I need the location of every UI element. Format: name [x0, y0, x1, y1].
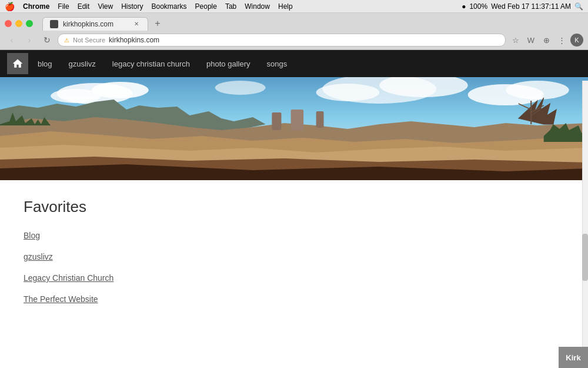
favorites-link-legacy-christian-church[interactable]: Legacy Christian Church	[24, 273, 113, 283]
nav-blog[interactable]: blog	[38, 59, 52, 68]
list-item: The Perfect Website	[24, 294, 564, 304]
svg-rect-14	[272, 112, 281, 130]
favorites-link-gzuslivz[interactable]: gzuslivz	[24, 252, 53, 261]
profile-button[interactable]: K	[570, 34, 583, 47]
new-tab-button[interactable]: +	[151, 16, 165, 31]
system-icons: ● 100% Wed Feb 17 11:37:11 AM 🔍	[462, 2, 583, 11]
active-tab[interactable]: kirkhopkins.com ✕	[42, 17, 148, 31]
tab-title: kirkhopkins.com	[63, 20, 113, 28]
browser-actions: ☆ W ⊕ ⋮ K	[509, 34, 583, 47]
home-icon-button[interactable]	[7, 53, 28, 74]
window-controls[interactable]	[5, 20, 33, 27]
close-button[interactable]	[5, 20, 12, 27]
svg-rect-16	[316, 111, 324, 128]
favorites-link-blog[interactable]: Blog	[24, 231, 40, 240]
scrollbar-track	[582, 81, 588, 368]
menu-help[interactable]: Help	[278, 2, 293, 11]
menu-file[interactable]: File	[58, 2, 69, 11]
menubar-right: ● 100% Wed Feb 17 11:37:11 AM 🔍	[462, 2, 583, 11]
address-url: kirkhopkins.com	[109, 36, 159, 44]
main-content: Favorites Blog gzuslivz Legacy Christian…	[0, 180, 588, 333]
back-button[interactable]: ‹	[5, 33, 19, 47]
nav-links: blog gzuslivz legacy christian church ph…	[38, 59, 287, 68]
apple-menu[interactable]: 🍎	[5, 2, 15, 11]
menubar-items: Chrome File Edit View History Bookmarks …	[23, 2, 293, 11]
nav-gzuslivz[interactable]: gzuslivz	[69, 59, 96, 68]
security-warning-icon: ⚠	[64, 37, 69, 44]
bookmark-button[interactable]: ☆	[509, 34, 522, 47]
menu-edit[interactable]: Edit	[78, 2, 90, 11]
nav-photo-gallery[interactable]: photo gallery	[206, 59, 250, 68]
site-nav: blog gzuslivz legacy christian church ph…	[0, 50, 588, 77]
menu-window[interactable]: Window	[245, 2, 270, 11]
scrollbar-thumb[interactable]	[582, 234, 588, 281]
menu-history[interactable]: History	[121, 2, 143, 11]
tab-close-button[interactable]: ✕	[132, 20, 141, 28]
favorites-title: Favorites	[24, 198, 564, 216]
tab-bar: kirkhopkins.com ✕ +	[0, 13, 588, 31]
more-button[interactable]: ⋮	[555, 34, 568, 47]
svg-point-3	[51, 89, 101, 103]
clock: Wed Feb 17 11:37:11 AM	[491, 2, 571, 11]
favorites-list: Blog gzuslivz Legacy Christian Church Th…	[24, 230, 564, 304]
menu-tab[interactable]: Tab	[225, 2, 236, 11]
tab-favicon	[50, 20, 58, 28]
maximize-button[interactable]	[26, 20, 33, 27]
nav-songs[interactable]: songs	[267, 59, 288, 68]
menubar: 🍎 Chrome File Edit View History Bookmark…	[0, 0, 588, 13]
menu-chrome[interactable]: Chrome	[23, 2, 49, 11]
svg-point-8	[506, 81, 569, 100]
address-bar: ‹ › ↻ ⚠ Not Secure kirkhopkins.com ☆ W ⊕…	[0, 31, 588, 49]
list-item: gzuslivz	[24, 251, 564, 262]
not-secure-text: Not Secure	[73, 37, 105, 44]
extension-button[interactable]: ⊕	[540, 34, 553, 47]
kirk-badge: Kirk	[559, 347, 588, 368]
favorites-link-perfect-website[interactable]: The Perfect Website	[24, 294, 98, 304]
wifi-icon: ●	[462, 2, 466, 11]
list-item: Blog	[24, 230, 564, 241]
nav-legacy-christian-church[interactable]: legacy christian church	[112, 59, 190, 68]
website: blog gzuslivz legacy christian church ph…	[0, 50, 588, 333]
minimize-button[interactable]	[15, 20, 22, 27]
reload-button[interactable]: ↻	[40, 33, 54, 47]
search-icon[interactable]: 🔍	[574, 2, 583, 11]
browser-chrome: kirkhopkins.com ✕ + ‹ › ↻ ⚠ Not Secure k…	[0, 13, 588, 50]
address-field[interactable]: ⚠ Not Secure kirkhopkins.com	[58, 34, 506, 47]
svg-rect-15	[291, 110, 304, 130]
hero-image	[0, 77, 588, 180]
battery-icon: 100%	[469, 2, 487, 11]
home-icon	[12, 58, 24, 69]
forward-button[interactable]: ›	[22, 33, 36, 47]
menu-bookmarks[interactable]: Bookmarks	[152, 2, 187, 11]
svg-point-6	[316, 84, 380, 101]
menu-view[interactable]: View	[98, 2, 113, 11]
wordpress-button[interactable]: W	[524, 34, 537, 47]
menu-people[interactable]: People	[195, 2, 217, 11]
list-item: Legacy Christian Church	[24, 273, 564, 283]
svg-point-9	[215, 81, 266, 95]
hero-panorama	[0, 77, 588, 180]
